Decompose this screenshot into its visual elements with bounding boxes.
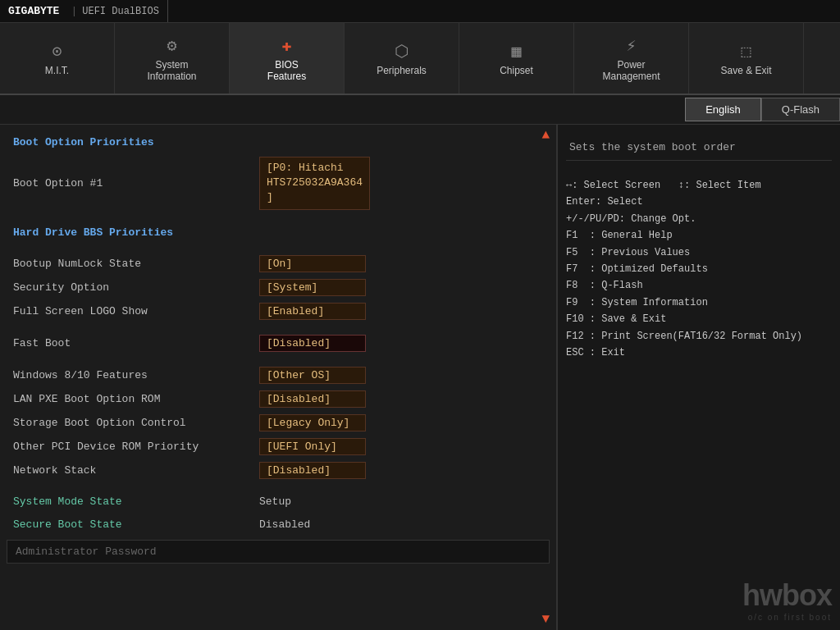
tab-bios-features-label: BIOSFeatures: [267, 59, 306, 82]
tab-peripherals-label: Peripherals: [377, 65, 427, 76]
qflash-button[interactable]: Q-Flash: [761, 98, 840, 121]
watermark-logo: hwbox: [742, 578, 832, 613]
tab-mit-label: M.I.T.: [45, 65, 69, 76]
tab-peripherals[interactable]: ⬡ Peripherals: [345, 23, 459, 94]
system-mode-label: System Mode State: [13, 495, 259, 508]
header-bar: GIGABYTE | UEFI DualBIOS: [0, 0, 840, 23]
navigate-key: ↔: Select Screen ↕: Select Item: [566, 177, 761, 194]
admin-password-label: Administrator Password: [16, 546, 157, 558]
bios-features-icon: ✚: [281, 35, 291, 56]
f10-key: F10 : Save & Exit: [566, 311, 666, 327]
tab-chipset[interactable]: ▦ Chipset: [459, 23, 574, 94]
english-button[interactable]: English: [685, 98, 761, 121]
peripherals-icon: ⬡: [395, 41, 409, 62]
boot-option-1-value[interactable]: [P0: HitachiHTS725032A9A364]: [259, 157, 543, 210]
full-screen-logo-row: Full Screen LOGO Show [Enabled]: [0, 299, 556, 323]
numlock-row: Bootup NumLock State [On]: [0, 252, 556, 276]
lan-pxe-row: LAN PXE Boot Option ROM [Disabled]: [0, 387, 556, 411]
windows-features-label: Windows 8/10 Features: [13, 369, 259, 381]
tab-save-exit-label: Save & Exit: [720, 65, 771, 76]
mit-icon: ⊙: [52, 41, 62, 62]
shortcut-f5: F5 : Previous Values: [566, 244, 832, 261]
system-info-icon: ⚙: [167, 35, 176, 56]
help-panel: Sets the system boot order ↔: Select Scr…: [558, 125, 840, 630]
fast-boot-value[interactable]: [Disabled]: [259, 335, 543, 352]
nav-tabs: ⊙ M.I.T. ⚙ SystemInformation ✚ BIOSFeatu…: [0, 23, 840, 95]
brand-area: GIGABYTE | UEFI DualBIOS: [0, 0, 168, 22]
storage-boot-row: Storage Boot Option Control [Legacy Only…: [0, 411, 556, 435]
tab-save-exit[interactable]: ⬚ Save & Exit: [689, 23, 804, 94]
watermark-tagline: o/c on first boot: [742, 613, 832, 622]
admin-password-row[interactable]: Administrator Password: [7, 540, 550, 564]
secure-boot-label: Secure Boot State: [13, 518, 259, 531]
full-screen-logo-label: Full Screen LOGO Show: [13, 305, 259, 317]
f9-key: F9 : System Information: [566, 294, 708, 311]
secure-boot-value: Disabled: [259, 518, 543, 531]
power-icon: ⚡: [626, 35, 636, 56]
main-area: ▲ Boot Option Priorities Boot Option #1 …: [0, 125, 840, 630]
tab-system-information-label: SystemInformation: [147, 59, 196, 82]
full-screen-logo-value[interactable]: [Enabled]: [259, 303, 543, 320]
watermark: hwbox o/c on first boot: [742, 578, 832, 622]
esc-key: ESC : Exit: [566, 345, 625, 361]
change-key: +/-/PU/PD: Change Opt.: [566, 211, 696, 227]
fast-boot-label: Fast Boot: [13, 337, 259, 349]
save-exit-icon: ⬚: [741, 41, 751, 62]
pci-device-value[interactable]: [UEFI Only]: [259, 438, 543, 455]
tab-power-management-label: PowerManagement: [602, 59, 660, 82]
uefi-label: UEFI DualBIOS: [82, 6, 159, 17]
shortcut-f8: F8 : Q-Flash: [566, 277, 832, 294]
network-stack-row: Network Stack [Disabled]: [0, 459, 556, 482]
tab-bios-features[interactable]: ✚ BIOSFeatures: [230, 23, 345, 94]
network-stack-value[interactable]: [Disabled]: [259, 462, 543, 479]
shortcut-f1: F1 : General Help: [566, 227, 832, 244]
pci-device-row: Other PCI Device ROM Priority [UEFI Only…: [0, 435, 556, 459]
chipset-icon: ▦: [511, 41, 521, 62]
f12-key: F12 : Print Screen(FAT16/32 Format Only): [566, 328, 802, 345]
shortcuts-panel: ↔: Select Screen ↕: Select Item Enter: S…: [566, 177, 832, 361]
security-option-label: Security Option: [13, 281, 259, 294]
system-mode-value: Setup: [259, 495, 543, 508]
language-bar: English Q-Flash: [0, 95, 840, 125]
scroll-down-arrow: ▼: [541, 612, 550, 627]
network-stack-label: Network Stack: [13, 464, 259, 477]
windows-features-row: Windows 8/10 Features [Other OS]: [0, 363, 556, 387]
f8-key: F8 : Q-Flash: [566, 277, 643, 294]
storage-boot-value[interactable]: [Legacy Only]: [259, 414, 543, 431]
shortcut-esc: ESC : Exit: [566, 345, 832, 361]
secure-boot-row: Secure Boot State Disabled: [0, 514, 556, 536]
boot-option-priorities-header: Boot Option Priorities: [0, 131, 556, 153]
f1-key: F1 : General Help: [566, 227, 673, 244]
security-option-row: Security Option [System]: [0, 276, 556, 299]
scroll-up-arrow: ▲: [541, 128, 550, 143]
shortcut-enter: Enter: Select: [566, 194, 832, 210]
hard-drive-bbs-header: Hard Drive BBS Priorities: [0, 221, 556, 244]
settings-panel: ▲ Boot Option Priorities Boot Option #1 …: [0, 125, 558, 630]
numlock-label: Bootup NumLock State: [13, 258, 259, 270]
shortcut-f9: F9 : System Information: [566, 294, 832, 311]
shortcut-f7: F7 : Optimized Defaults: [566, 261, 832, 277]
gigabyte-logo: GIGABYTE: [8, 5, 59, 17]
f5-key: F5 : Previous Values: [566, 244, 690, 261]
pci-device-label: Other PCI Device ROM Priority: [13, 441, 259, 453]
system-mode-row: System Mode State Setup: [0, 491, 556, 514]
shortcut-navigate: ↔: Select Screen ↕: Select Item: [566, 177, 832, 194]
numlock-value[interactable]: [On]: [259, 255, 543, 272]
security-option-value[interactable]: [System]: [259, 279, 543, 296]
fast-boot-row: Fast Boot [Disabled]: [0, 331, 556, 355]
boot-option-1-row: Boot Option #1 [P0: HitachiHTS725032A9A3…: [0, 153, 556, 213]
tab-power-management[interactable]: ⚡ PowerManagement: [574, 23, 689, 94]
enter-key: Enter: Select: [566, 194, 643, 210]
shortcut-f10: F10 : Save & Exit: [566, 311, 832, 327]
shortcut-change: +/-/PU/PD: Change Opt.: [566, 211, 832, 227]
f7-key: F7 : Optimized Defaults: [566, 261, 708, 277]
tab-system-information[interactable]: ⚙ SystemInformation: [115, 23, 230, 94]
lan-pxe-value[interactable]: [Disabled]: [259, 390, 543, 408]
help-description: Sets the system boot order: [566, 135, 832, 161]
shortcut-f12: F12 : Print Screen(FAT16/32 Format Only): [566, 328, 832, 345]
storage-boot-label: Storage Boot Option Control: [13, 417, 259, 429]
windows-features-value[interactable]: [Other OS]: [259, 367, 543, 384]
tab-mit[interactable]: ⊙ M.I.T.: [0, 23, 115, 94]
lan-pxe-label: LAN PXE Boot Option ROM: [13, 393, 259, 405]
tab-chipset-label: Chipset: [500, 65, 533, 76]
